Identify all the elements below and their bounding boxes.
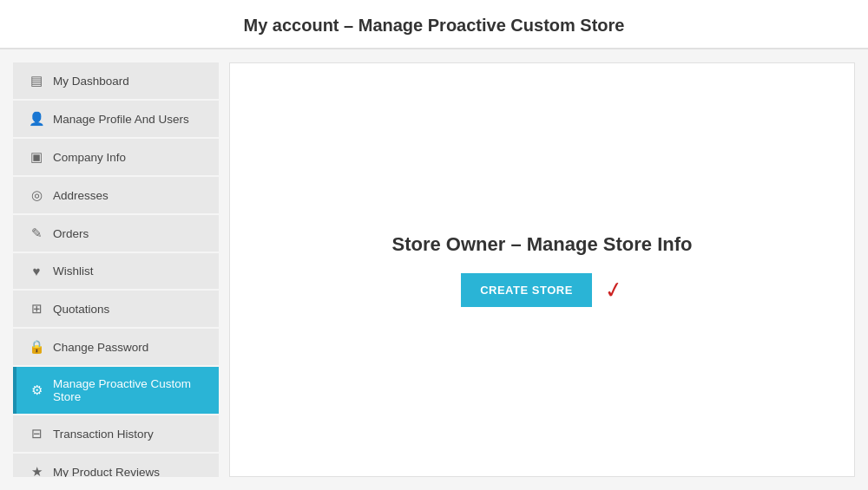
my-dashboard-icon: ▤ [29, 73, 44, 88]
sidebar-label-my-dashboard: My Dashboard [53, 75, 129, 88]
sidebar-item-product-reviews[interactable]: ★My Product Reviews [13, 454, 219, 477]
change-password-icon: 🔒 [29, 339, 44, 355]
addresses-icon: ◎ [29, 187, 44, 203]
sidebar: ▤My Dashboard👤Manage Profile And Users▣C… [13, 62, 219, 477]
manage-profile-icon: 👤 [29, 111, 44, 127]
wishlist-icon: ♥ [29, 264, 44, 278]
sidebar-label-change-password: Change Password [53, 341, 148, 354]
sidebar-label-wishlist: Wishlist [53, 265, 94, 278]
orders-icon: ✎ [29, 225, 44, 241]
sidebar-item-manage-store[interactable]: ⚙Manage Proactive Custom Store [13, 367, 219, 414]
sidebar-label-company-info: Company Info [53, 151, 126, 164]
sidebar-item-my-dashboard[interactable]: ▤My Dashboard [13, 62, 219, 99]
main-content: Store Owner – Manage Store Info CREATE S… [229, 62, 855, 477]
sidebar-label-orders: Orders [53, 227, 89, 240]
sidebar-item-wishlist[interactable]: ♥Wishlist [13, 253, 219, 289]
checkmark-arrow-icon: ✓ [602, 275, 625, 304]
sidebar-item-quotations[interactable]: ⊞Quotations [13, 291, 219, 327]
sidebar-item-transaction-history[interactable]: ⊟Transaction History [13, 415, 219, 452]
sidebar-label-product-reviews: My Product Reviews [53, 466, 160, 478]
create-store-area: CREATE STORE ✓ [461, 273, 623, 307]
product-reviews-icon: ★ [29, 464, 44, 477]
sidebar-item-addresses[interactable]: ◎Addresses [13, 177, 219, 213]
sidebar-item-manage-profile[interactable]: 👤Manage Profile And Users [13, 101, 219, 137]
create-store-button[interactable]: CREATE STORE [461, 273, 592, 307]
sidebar-item-orders[interactable]: ✎Orders [13, 215, 219, 252]
transaction-history-icon: ⊟ [29, 426, 44, 441]
company-info-icon: ▣ [29, 149, 44, 165]
page-header: My account – Manage Proactive Custom Sto… [0, 0, 868, 49]
sidebar-label-transaction-history: Transaction History [53, 428, 154, 441]
sidebar-label-quotations: Quotations [53, 303, 109, 316]
sidebar-label-addresses: Addresses [53, 189, 108, 202]
store-info-heading: Store Owner – Manage Store Info [392, 233, 693, 256]
page-title: My account – Manage Proactive Custom Sto… [17, 16, 851, 36]
manage-store-icon: ⚙ [29, 382, 44, 398]
sidebar-item-change-password[interactable]: 🔒Change Password [13, 329, 219, 365]
sidebar-label-manage-store: Manage Proactive Custom Store [53, 377, 207, 403]
quotations-icon: ⊞ [29, 301, 44, 317]
sidebar-item-company-info[interactable]: ▣Company Info [13, 139, 219, 175]
sidebar-label-manage-profile: Manage Profile And Users [53, 113, 189, 126]
